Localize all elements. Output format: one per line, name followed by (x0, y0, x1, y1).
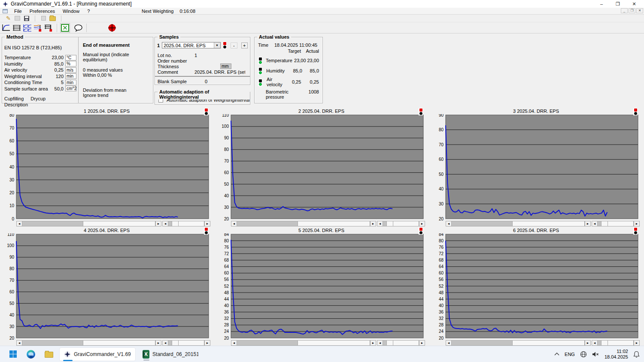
scroll-right-button[interactable]: ► (585, 221, 590, 226)
scrollbar-thumb[interactable] (386, 221, 393, 226)
child-restore-button[interactable]: ❐ (629, 8, 635, 13)
menu-window[interactable]: Window (59, 8, 83, 14)
excel-export-icon[interactable]: ✕ (60, 23, 70, 33)
chevron-down-icon[interactable]: ▼ (214, 42, 220, 48)
scroll-right-button[interactable]: ► (585, 341, 590, 345)
curve-view-icon[interactable] (1, 23, 11, 33)
unit-field[interactable]: min (65, 73, 76, 79)
mdi-child-icon[interactable] (3, 9, 8, 13)
unit-field[interactable]: % (65, 61, 76, 66)
scroll-right-button[interactable]: ► (419, 221, 425, 226)
menu-file[interactable]: File (10, 8, 26, 14)
child-minimize-button[interactable]: _ (621, 8, 628, 13)
scrollbar-thumb[interactable] (298, 341, 370, 345)
chart-zoom-scrollbar[interactable]: ◄► (377, 221, 425, 226)
scroll-left-button[interactable]: ◄ (446, 221, 452, 226)
scroll-right-button[interactable]: ► (370, 341, 376, 345)
scrollbar-thumb[interactable] (83, 341, 155, 345)
menu-preferences[interactable]: Preferences (26, 8, 59, 14)
scrollbar-thumb[interactable] (172, 341, 179, 345)
chart-scrollbars[interactable]: ◄►◄► (16, 340, 210, 346)
scroll-left-button[interactable]: ◄ (377, 341, 383, 345)
scrollbar-thumb[interactable] (386, 341, 393, 345)
network-globe-icon[interactable] (580, 351, 587, 358)
scroll-left-button[interactable]: ◄ (377, 221, 383, 226)
scroll-left-button[interactable]: ◄ (163, 341, 168, 345)
chart-scrollbars[interactable]: ◄►◄► (16, 221, 210, 226)
chart-h-scrollbar[interactable]: ◄► (16, 221, 161, 226)
chart-scrollbars[interactable]: ◄►◄► (446, 340, 640, 346)
scroll-left-button[interactable]: ◄ (231, 341, 237, 345)
taskbar-app-gravicommander[interactable]: GraviCommander_V1.69 (59, 347, 136, 361)
clock[interactable]: 11:02 18.04.2025 (605, 349, 628, 360)
chart-scrollbars[interactable]: ◄►◄► (231, 221, 425, 226)
remove-sample-button[interactable]: - (231, 42, 237, 48)
minimize-button[interactable]: – (593, 0, 610, 8)
scroll-right-button[interactable]: ► (634, 341, 639, 345)
scroll-right-button[interactable]: ► (419, 341, 425, 345)
scroll-left-button[interactable]: ◄ (17, 341, 22, 345)
open-folder-icon[interactable] (49, 15, 56, 21)
table-climate-view-icon[interactable] (44, 23, 54, 33)
scroll-left-button[interactable]: ◄ (446, 341, 452, 345)
edge-browser-button[interactable] (23, 347, 39, 361)
save-icon[interactable] (23, 15, 30, 21)
chart-scrollbars[interactable]: ◄►◄► (446, 221, 640, 226)
scrollbar-thumb[interactable] (601, 341, 608, 345)
scrollbar-thumb[interactable] (172, 221, 179, 226)
scrollbar-thumb[interactable] (83, 221, 155, 226)
chart-h-scrollbar[interactable]: ◄► (231, 340, 376, 346)
speaker-muted-icon[interactable] (592, 351, 599, 357)
chart-zoom-scrollbar[interactable]: ◄► (377, 340, 425, 346)
unit-field[interactable]: °C (65, 55, 76, 60)
scrollbar-thumb[interactable] (298, 221, 370, 226)
tray-chevron-up-icon[interactable] (554, 353, 559, 356)
scroll-left-button[interactable]: ◄ (592, 221, 598, 226)
close-button[interactable]: ✕ (626, 0, 642, 8)
curve-climate-view-icon[interactable] (33, 23, 43, 33)
language-indicator[interactable]: ENG (565, 352, 575, 357)
samples-title: Samples (158, 34, 180, 39)
scroll-right-button[interactable]: ► (204, 341, 210, 345)
scrollbar-thumb[interactable] (512, 221, 585, 226)
stop-target-icon[interactable] (107, 23, 117, 33)
taskbar-app-excel[interactable]: X Standard_06_20151 [Co (138, 347, 203, 361)
chart-zoom-scrollbar[interactable]: ◄► (162, 221, 210, 226)
sample-select[interactable]: 2025.04. DRR. EPS ▼ (162, 42, 220, 48)
unit-field[interactable]: min (65, 80, 76, 85)
start-button[interactable] (5, 347, 21, 361)
scroll-right-button[interactable]: ► (634, 221, 639, 226)
maximize-button[interactable]: ❐ (610, 0, 626, 8)
unit-field[interactable]: m/s (65, 67, 76, 73)
scroll-right-button[interactable]: ► (204, 221, 210, 226)
comment-icon[interactable] (73, 23, 83, 33)
chart-zoom-scrollbar[interactable]: ◄► (592, 221, 640, 226)
notifications-bell-icon[interactable] (633, 351, 640, 358)
scrollbar-thumb[interactable] (512, 341, 585, 345)
scroll-left-button[interactable]: ◄ (231, 221, 237, 226)
scroll-left-button[interactable]: ◄ (592, 341, 598, 345)
chart-h-scrollbar[interactable]: ◄► (16, 340, 161, 346)
add-sample-button[interactable]: + (241, 42, 248, 48)
chart-h-scrollbar[interactable]: ◄► (446, 340, 591, 346)
title-bar[interactable]: GraviCommander_V1.69.1 - [Running measur… (0, 0, 644, 8)
svg-text:20: 20 (439, 336, 444, 340)
multi-curve-view-icon[interactable] (22, 23, 32, 33)
chart-h-scrollbar[interactable]: ◄► (231, 221, 376, 226)
scrollbar-thumb[interactable] (601, 221, 608, 226)
child-close-button[interactable]: ✕ (636, 8, 643, 13)
unit-field[interactable]: cm^2 (65, 86, 76, 91)
scroll-left-button[interactable]: ◄ (17, 221, 22, 226)
scroll-right-button[interactable]: ► (155, 341, 161, 345)
file-explorer-button[interactable] (41, 347, 57, 361)
chart-zoom-scrollbar[interactable]: ◄► (162, 340, 210, 346)
scroll-left-button[interactable]: ◄ (163, 221, 168, 226)
edit-icon[interactable]: ✎ (5, 15, 12, 21)
menu-help[interactable]: ? (83, 8, 94, 14)
chart-h-scrollbar[interactable]: ◄► (446, 221, 591, 226)
table-view-icon[interactable] (12, 23, 21, 33)
scroll-right-button[interactable]: ► (370, 221, 376, 226)
scroll-right-button[interactable]: ► (155, 221, 161, 226)
chart-scrollbars[interactable]: ◄►◄► (231, 340, 425, 346)
chart-zoom-scrollbar[interactable]: ◄► (592, 340, 640, 346)
